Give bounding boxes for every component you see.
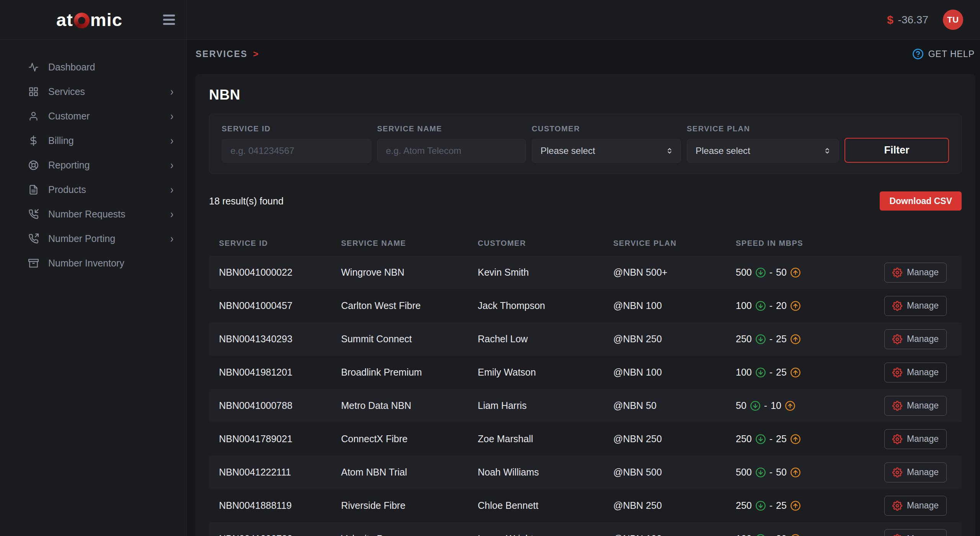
gear-icon <box>892 501 902 511</box>
cell-customer: Emily Watson <box>478 367 613 378</box>
service-id-input[interactable] <box>222 139 371 163</box>
sidebar-item-dashboard[interactable]: Dashboard <box>0 55 186 79</box>
get-help-button[interactable]: GET HELP <box>912 48 975 60</box>
speed-separator: - <box>769 433 773 444</box>
table-row: NBN0041981201 Broadlink Premium Emily Wa… <box>209 356 962 389</box>
topbar-account-section: $ -36.37 TU <box>187 0 980 40</box>
cell-speed: 250 - 25 <box>736 433 884 444</box>
cell-service-id: NBN0041222111 <box>219 467 341 478</box>
manage-button[interactable]: Manage <box>884 429 947 449</box>
table-body: NBN0041000022 Wingrove NBN Kevin Smith @… <box>209 256 962 536</box>
customer-select[interactable]: Please select <box>532 139 681 163</box>
cell-speed: 100 - 20 <box>736 300 884 311</box>
manage-label: Manage <box>907 367 939 377</box>
sidebar-item-number-inventory[interactable]: Number Inventory <box>0 251 186 275</box>
arrow-down-circle-icon <box>755 301 766 311</box>
brand-logo[interactable]: atmic <box>56 9 122 30</box>
sidebar-item-products[interactable]: Products› <box>0 177 186 202</box>
cell-service-id: NBN0041000022 <box>219 267 341 278</box>
account-balance[interactable]: $ -36.37 <box>887 13 928 26</box>
cell-speed: 500 - 50 <box>736 467 884 478</box>
chevron-right-icon: › <box>170 109 173 123</box>
manage-button[interactable]: Manage <box>884 296 947 316</box>
service-name-input[interactable] <box>377 139 526 163</box>
cell-service-id: NBN0041789021 <box>219 433 341 444</box>
table-row: NBN0041000722 Velocity Pro Lucas Wright … <box>209 522 962 536</box>
cell-service-id: NBN0041888119 <box>219 500 341 511</box>
arrow-up-circle-icon <box>790 534 801 536</box>
download-speed-value: 250 <box>736 333 752 345</box>
arrow-up-circle-icon <box>790 434 801 444</box>
arrow-down-circle-icon <box>755 267 766 278</box>
cell-service-name: Velocity Pro <box>341 533 478 536</box>
col-header-speed: SPEED IN MBPS <box>736 239 884 248</box>
results-count: 18 result(s) found <box>209 196 284 207</box>
cell-service-name: Carlton West Fibre <box>341 300 478 311</box>
sidebar-item-number-requests[interactable]: Number Requests› <box>0 202 186 226</box>
filter-button[interactable]: Filter <box>844 138 949 163</box>
cell-speed: 100 - 25 <box>736 367 884 378</box>
manage-button[interactable]: Manage <box>884 496 947 516</box>
upload-speed-value: 25 <box>776 433 787 444</box>
gear-icon <box>892 434 902 444</box>
cell-customer: Lucas Wright <box>478 533 613 536</box>
upload-speed-value: 25 <box>776 367 787 378</box>
grid-icon <box>28 87 39 97</box>
service-plan-select[interactable]: Please select <box>687 139 839 163</box>
hamburger-menu-icon[interactable] <box>163 15 175 25</box>
cell-customer: Chloe Bennett <box>478 500 613 511</box>
manage-button[interactable]: Manage <box>884 263 947 283</box>
arrow-down-circle-icon <box>755 434 766 444</box>
arrow-down-circle-icon <box>755 467 766 478</box>
arrow-up-circle-icon <box>790 367 801 378</box>
chevron-right-icon: › <box>170 85 173 98</box>
cell-service-plan: @NBN 100 <box>613 367 736 378</box>
speed-separator: - <box>769 467 773 478</box>
breadcrumb-bar: SERVICES > GET HELP <box>187 40 980 68</box>
chevron-right-icon: › <box>170 232 173 245</box>
download-speed-value: 250 <box>736 433 752 444</box>
manage-button[interactable]: Manage <box>884 396 947 416</box>
customer-label: CUSTOMER <box>532 124 681 133</box>
manage-button[interactable]: Manage <box>884 363 947 382</box>
cell-service-plan: @NBN 100 <box>613 300 736 311</box>
chevron-right-icon: › <box>170 208 173 221</box>
cell-speed: 250 - 25 <box>736 500 884 511</box>
sidebar-item-billing[interactable]: Billing› <box>0 128 186 153</box>
sidebar-item-label: Number Inventory <box>48 258 124 269</box>
cell-speed: 100 - 20 <box>736 533 884 536</box>
manage-label: Manage <box>907 267 939 278</box>
cell-service-id: NBN0041000788 <box>219 400 341 411</box>
user-avatar[interactable]: TU <box>943 10 963 30</box>
chevron-right-icon: › <box>170 134 173 147</box>
help-circle-icon <box>912 48 924 60</box>
cell-service-id: NBN0041000722 <box>219 533 341 536</box>
sidebar-item-number-porting[interactable]: Number Porting› <box>0 226 186 251</box>
cell-speed: 500 - 50 <box>736 267 884 278</box>
sidebar-item-label: Services <box>48 86 85 97</box>
cell-speed: 250 - 25 <box>736 333 884 345</box>
manage-button[interactable]: Manage <box>884 329 947 349</box>
dollar-icon <box>28 136 39 146</box>
cell-service-name: Summit Connect <box>341 333 478 345</box>
sidebar-item-reporting[interactable]: Reporting› <box>0 153 186 177</box>
col-header-service-id: SERVICE ID <box>219 239 341 248</box>
upload-speed-value: 25 <box>776 333 787 345</box>
download-csv-button[interactable]: Download CSV <box>880 191 962 211</box>
service-plan-select-value: Please select <box>696 145 750 156</box>
sidebar-item-customer[interactable]: Customer› <box>0 104 186 128</box>
gear-icon <box>892 368 902 377</box>
sidebar-item-label: Products <box>48 184 86 195</box>
lifebuoy-icon <box>28 160 39 170</box>
manage-button[interactable]: Manage <box>884 529 947 536</box>
manage-button[interactable]: Manage <box>884 462 947 482</box>
sidebar-item-services[interactable]: Services› <box>0 79 186 104</box>
breadcrumb-services[interactable]: SERVICES <box>196 49 248 59</box>
customer-select-value: Please select <box>541 145 595 156</box>
table-header: SERVICE ID SERVICE NAME CUSTOMER SERVICE… <box>209 234 962 253</box>
filter-panel: SERVICE ID SERVICE NAME CUSTOMER Ple <box>209 114 962 174</box>
table-row: NBN0041000022 Wingrove NBN Kevin Smith @… <box>209 256 962 289</box>
brand-logo-o-icon <box>74 13 90 28</box>
main-content: SERVICES > GET HELP NBN SERVICE ID <box>187 40 980 536</box>
sidebar-item-label: Reporting <box>48 160 90 171</box>
